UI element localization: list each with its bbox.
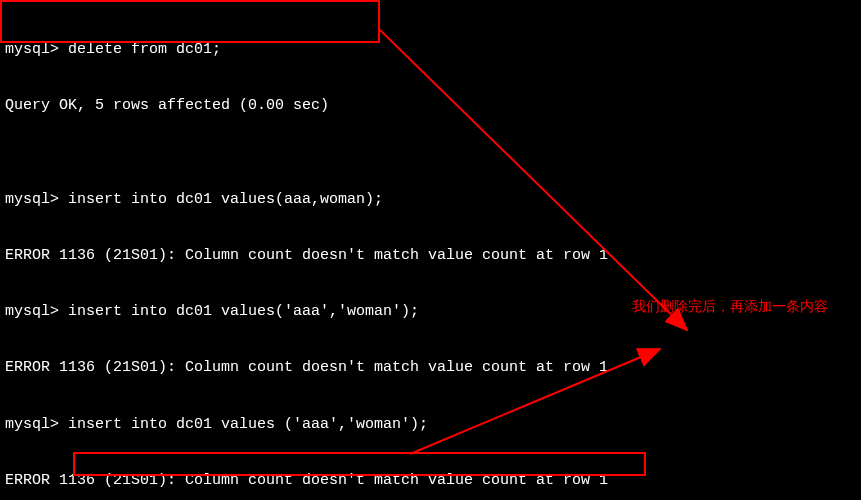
annotation-text: 我们删除完后，再添加一条内容 bbox=[632, 298, 828, 316]
terminal-line: ERROR 1136 (21S01): Column count doesn't… bbox=[5, 472, 856, 491]
terminal-line: mysql> insert into dc01 values ('aaa','w… bbox=[5, 416, 856, 435]
terminal-line: ERROR 1136 (21S01): Column count doesn't… bbox=[5, 359, 856, 378]
terminal-line: mysql> delete from dc01; bbox=[5, 41, 856, 60]
terminal-line: Query OK, 5 rows affected (0.00 sec) bbox=[5, 97, 856, 116]
terminal-line: mysql> insert into dc01 values(aaa,woman… bbox=[5, 191, 856, 210]
terminal-line: ERROR 1136 (21S01): Column count doesn't… bbox=[5, 247, 856, 266]
terminal-window[interactable]: mysql> delete from dc01; Query OK, 5 row… bbox=[0, 0, 861, 500]
